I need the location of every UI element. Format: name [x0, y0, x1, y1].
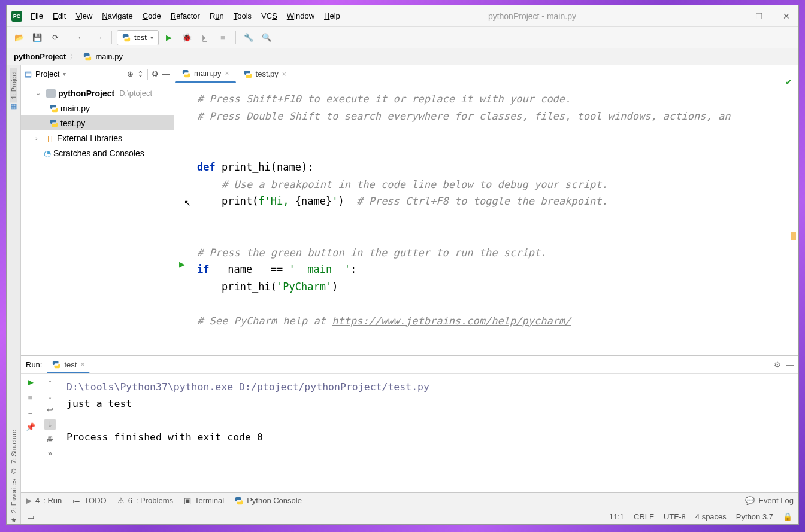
run-config-selector[interactable]: test ▾: [117, 30, 159, 45]
menu-code[interactable]: Code: [143, 11, 161, 20]
breadcrumb-root[interactable]: pythonProject: [14, 52, 66, 61]
lock-icon[interactable]: 🔒: [783, 512, 792, 521]
tree-external-libs[interactable]: › ⫼ External Libraries: [21, 130, 174, 145]
hide-panel-icon[interactable]: —: [162, 69, 170, 78]
status-indent[interactable]: 4 spaces: [695, 512, 727, 521]
run-panel-header: Run: test × ⚙ —: [21, 356, 798, 374]
maximize-button[interactable]: ☐: [752, 11, 766, 21]
code-token: print_hi(: [197, 281, 277, 293]
menu-view[interactable]: View: [75, 11, 92, 20]
status-line-separator[interactable]: CRLF: [634, 512, 654, 521]
libraries-icon: ⫼: [46, 133, 55, 143]
code-token: 'PyCharm': [277, 281, 332, 293]
forward-icon[interactable]: →: [91, 30, 107, 45]
code-editor[interactable]: ▶ # Press Shift+F10 to execute it or rep…: [174, 83, 798, 355]
tab-main-py[interactable]: main.py ×: [175, 65, 236, 83]
code-token: def: [197, 161, 216, 173]
tab-label: main.py: [194, 69, 222, 78]
editor-gutter[interactable]: ▶: [174, 83, 192, 355]
coverage-icon[interactable]: ⏵̲: [197, 30, 213, 45]
gear-icon[interactable]: ⚙: [152, 69, 159, 78]
close-tab-icon[interactable]: ×: [80, 360, 84, 369]
menu-run[interactable]: Run: [210, 11, 224, 20]
rerun-icon[interactable]: ▶: [28, 378, 34, 387]
tab-event-log-tool[interactable]: 💬 Event Log: [745, 496, 794, 505]
menu-file[interactable]: File: [31, 11, 43, 20]
menu-vcs[interactable]: VCS: [261, 11, 277, 20]
run-output-line: just a test: [66, 398, 132, 409]
tree-file-main[interactable]: main.py: [21, 101, 174, 115]
project-panel-title[interactable]: Project: [35, 69, 59, 78]
down-icon[interactable]: ↓: [48, 391, 52, 400]
up-icon[interactable]: ↑: [48, 378, 52, 387]
project-panel-header: ▤ Project ▾ ⊕ ⇕ ⚙ —: [21, 65, 174, 83]
tab-project-tool[interactable]: 1: Project: [10, 68, 17, 102]
tree-scratches[interactable]: ◔ Scratches and Consoles: [21, 145, 174, 160]
tab-python-console-tool[interactable]: Python Console: [235, 496, 302, 505]
tree-root[interactable]: ⌄ pythonProject D:\ptoject: [21, 86, 174, 101]
run-output-line: Process finished with exit code 0: [66, 431, 263, 443]
code-token: if: [197, 263, 209, 275]
status-bar-widget-icon[interactable]: ▭: [27, 512, 34, 521]
locate-icon[interactable]: ⊕: [127, 69, 134, 78]
tree-file-label: test.py: [60, 118, 85, 128]
code-token: # Press Ctrl+F8 to toggle the breakpoint…: [344, 195, 608, 207]
menu-navigate[interactable]: Navigate: [102, 11, 132, 20]
window-title: pythonProject - main.py: [340, 11, 724, 21]
minimize-button[interactable]: —: [724, 11, 739, 21]
menu-help[interactable]: Help: [324, 11, 340, 20]
scroll-to-end-icon[interactable]: ⤓: [44, 419, 56, 430]
breadcrumb-file[interactable]: main.py: [95, 52, 123, 61]
code-token: '__main__': [289, 263, 350, 275]
tree-item-label: External Libraries: [57, 133, 122, 143]
stop-icon[interactable]: ■: [28, 393, 33, 402]
tab-structure-tool[interactable]: 7: Structure: [10, 426, 17, 467]
tab-favorites-tool[interactable]: 2: Favorites: [10, 475, 17, 516]
chevron-down-icon[interactable]: ▾: [63, 71, 66, 77]
menu-edit[interactable]: Edit: [53, 11, 66, 20]
settings-icon[interactable]: 🔧: [241, 30, 256, 45]
menu-window[interactable]: Window: [287, 11, 314, 20]
code-token: f: [258, 195, 264, 207]
search-icon[interactable]: 🔍: [259, 30, 274, 45]
close-tab-icon[interactable]: ×: [225, 69, 229, 78]
run-icon[interactable]: ▶: [161, 30, 177, 45]
status-encoding[interactable]: UTF-8: [664, 512, 686, 521]
scrollbar-marker: [791, 232, 796, 240]
print-icon[interactable]: 🖶: [46, 435, 54, 444]
tree-file-test[interactable]: test.py: [21, 115, 174, 130]
stop-icon[interactable]: ■: [215, 30, 231, 45]
code-token: :: [350, 263, 356, 275]
chevron-down-icon: ▾: [150, 34, 153, 41]
tab-test-py[interactable]: test.py ×: [237, 65, 293, 83]
soft-wrap-icon[interactable]: ↩: [47, 405, 53, 414]
layout-icon[interactable]: ≡: [28, 408, 33, 417]
sync-icon[interactable]: ⟳: [47, 30, 63, 45]
menubar: File Edit View Navigate Code Refactor Ru…: [31, 11, 340, 20]
menu-refactor[interactable]: Refactor: [171, 11, 200, 20]
python-icon: [50, 119, 58, 127]
tab-run-tool[interactable]: ▶ 4: Run: [26, 496, 62, 505]
run-output[interactable]: D:\tools\Python37\python.exe D:/ptoject/…: [60, 374, 798, 492]
pin-icon[interactable]: 📌: [26, 422, 35, 431]
close-button[interactable]: ✕: [779, 11, 794, 21]
code-token: {name}: [295, 195, 332, 207]
status-caret-pos[interactable]: 11:1: [609, 512, 624, 521]
back-icon[interactable]: ←: [73, 30, 89, 45]
more-icon[interactable]: »: [48, 449, 52, 458]
tab-todo-tool[interactable]: ≔ TODO: [72, 496, 106, 505]
collapse-icon[interactable]: ⇕: [137, 69, 144, 78]
gear-icon[interactable]: ⚙: [774, 360, 781, 369]
hide-panel-icon[interactable]: —: [786, 360, 794, 369]
project-tool-icon: ▦: [11, 102, 17, 110]
status-interpreter[interactable]: Python 3.7: [736, 512, 773, 521]
tab-problems-tool[interactable]: ⚠ 6: Problems: [117, 496, 173, 505]
menu-tools[interactable]: Tools: [234, 11, 252, 20]
run-tab-test[interactable]: test ×: [47, 357, 90, 373]
open-icon[interactable]: 📂: [11, 30, 27, 45]
run-gutter-icon[interactable]: ▶: [179, 260, 185, 269]
debug-icon[interactable]: 🐞: [179, 30, 195, 45]
close-tab-icon[interactable]: ×: [282, 70, 286, 78]
save-all-icon[interactable]: 💾: [29, 30, 45, 45]
tab-terminal-tool[interactable]: ▣ Terminal: [184, 496, 224, 505]
